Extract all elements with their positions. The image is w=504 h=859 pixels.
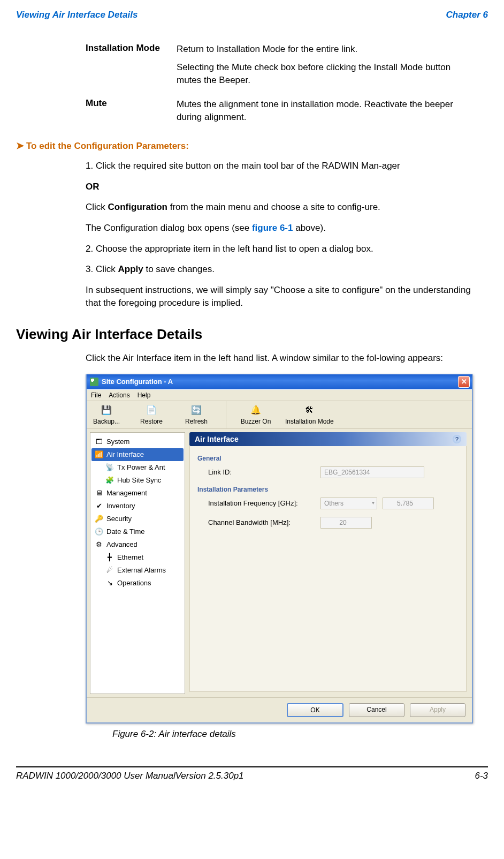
footer-rule [16,766,488,767]
section-intro: Click the Air Interface item in the left… [86,352,488,365]
air-interface-icon: 📶 [95,450,103,459]
step-1-or: OR [86,180,488,194]
select-install-frequency[interactable]: Others [320,498,377,509]
hub-sync-icon: 🧩 [105,476,114,485]
gear-icon: ⚙ [95,540,103,549]
definition-table: Installation Mode Return to Installation… [86,43,488,129]
step-2: 2. Choose the appropriate item in the le… [86,243,488,256]
antenna-icon: 📡 [105,463,114,472]
toolbar-refresh[interactable]: 🔄 Refresh [181,404,212,425]
step-1: 1. Click the required site button on the… [86,160,488,173]
toolbar-backup[interactable]: 💾 Backup... [91,404,122,425]
app-icon [90,378,98,386]
management-icon: 🖥 [95,489,103,498]
help-icon[interactable]: ? [453,435,461,443]
pane-header: Air Interface ? [189,432,467,446]
site-config-window: Site Configuration - A ✕ File Actions He… [86,374,473,724]
sidebar-item-ethernet[interactable]: ╋Ethernet [91,551,184,564]
sidebar-item-air-interface[interactable]: 📶Air Interface [91,448,184,461]
ok-button[interactable]: OK [287,703,343,717]
pane-body: General Link ID: EBG_20561334 Installati… [189,446,467,692]
restore-icon: 📄 [146,404,157,416]
sidebar-item-external-alarms[interactable]: ☄External Alarms [91,564,184,577]
alarm-icon: ☄ [105,566,114,575]
inventory-icon: ✔ [95,502,103,510]
procedure-heading: ➤To edit the Configuration Parameters: [16,140,488,152]
pane-title: Air Interface [195,435,239,443]
sidebar-item-management[interactable]: 🖥Management [91,487,184,500]
security-icon: 🔑 [95,515,103,523]
apply-button[interactable]: Apply [410,703,465,717]
sidebar-item-date-time[interactable]: 🕒Date & Time [91,525,184,538]
toolbar: 💾 Backup... 📄 Restore 🔄 Refresh 🔔 Buzzer… [87,401,472,429]
group-installation-parameters: Installation Parameters [197,486,459,493]
installmode-icon: 🛠 [303,404,315,416]
toolbar-installmode[interactable]: 🛠 Installation Mode [285,404,334,425]
refresh-icon: 🔄 [190,404,202,416]
buzzer-icon: 🔔 [250,404,262,416]
label-install-frequency: Installation Frequency [GHz]: [208,499,315,507]
figure-link[interactable]: figure 6-1 [252,223,293,233]
input-channel-bandwidth[interactable]: 20 [320,517,372,529]
group-general: General [197,455,459,462]
term-mute: Mute [86,98,177,129]
backup-icon: 💾 [101,404,112,416]
term-installation-mode: Installation Mode [86,43,177,92]
sidebar: 🗔System 📶Air Interface 📡Tx Power & Ant 🧩… [90,432,185,694]
cancel-button[interactable]: Cancel [349,703,404,717]
step-1-alt: Click Configuration from the main menu a… [86,201,488,214]
menu-actions[interactable]: Actions [109,391,129,399]
sidebar-item-advanced[interactable]: ⚙Advanced [91,538,184,551]
clock-icon: 🕒 [95,528,103,536]
desc-mute: Mutes the alignment tone in installation… [177,98,460,129]
footer-left: RADWIN 1000/2000/3000 User ManualVersion… [16,771,244,781]
label-channel-bandwidth: Channel Bandwidth [MHz]: [208,518,315,526]
system-icon: 🗔 [95,438,103,446]
arrow-icon: ➤ [16,140,24,151]
section-heading: Viewing Air Interface Details [16,326,488,343]
label-link-id: Link ID: [208,468,315,476]
procedure-steps: 1. Click the required site button on the… [86,160,488,310]
page-header-right: Chapter 6 [446,10,488,20]
sidebar-item-security[interactable]: 🔑Security [91,513,184,525]
page-header-left: Viewing Air Interface Details [16,10,138,20]
figure-caption: Figure 6-2: Air interface details [112,729,488,740]
close-button[interactable]: ✕ [458,376,470,388]
sidebar-item-operations[interactable]: ↘Operations [91,577,184,590]
toolbar-restore[interactable]: 📄 Restore [136,404,167,425]
ethernet-icon: ╋ [105,553,114,562]
menu-file[interactable]: File [91,391,101,399]
input-install-frequency-value[interactable]: 5.785 [383,498,434,509]
toolbar-separator [226,401,226,428]
window-titlebar[interactable]: Site Configuration - A ✕ [87,374,472,389]
operations-icon: ↘ [105,579,114,587]
procedure-tail: In subsequent instructions, we will simp… [86,284,488,310]
step-1-result: The Configuration dialog box opens (see … [86,222,488,235]
menu-help[interactable]: Help [138,391,151,399]
sidebar-item-tx-power[interactable]: 📡Tx Power & Ant [91,461,184,474]
step-3: 3. Click Apply to save changes. [86,263,488,276]
menu-bar: File Actions Help [87,389,472,401]
sidebar-item-hub-site-sync[interactable]: 🧩Hub Site Sync [91,474,184,487]
sidebar-item-inventory[interactable]: ✔Inventory [91,500,184,513]
button-bar: OK Cancel Apply [87,697,472,722]
sidebar-item-system[interactable]: 🗔System [91,435,184,448]
figure-container: Site Configuration - A ✕ File Actions He… [86,374,488,740]
desc-installation-mode: Return to Installation Mode for the enti… [177,43,460,92]
input-link-id[interactable]: EBG_20561334 [320,466,424,478]
toolbar-buzzer[interactable]: 🔔 Buzzer On [240,404,271,425]
window-title: Site Configuration - A [102,378,173,386]
footer-right: 6-3 [475,771,488,781]
